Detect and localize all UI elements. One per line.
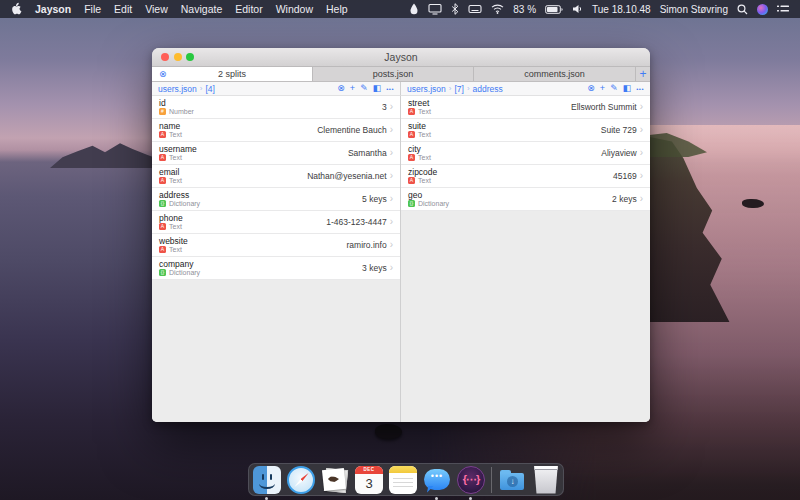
breadcrumb-separator: ›	[449, 84, 452, 93]
calendar-dock-icon[interactable]: DEC 3	[355, 466, 383, 494]
apple-menu-icon[interactable]	[11, 2, 22, 17]
text-type-icon: A	[408, 108, 415, 115]
breadcrumb-item[interactable]: [7]	[454, 84, 463, 94]
table-row[interactable]: company {}Dictionary 3 keys›	[152, 257, 400, 280]
screen-mirroring-icon[interactable]	[428, 3, 442, 15]
fast-user-switch-name[interactable]: Simon Støvring	[660, 4, 728, 15]
volume-icon[interactable]	[572, 4, 583, 14]
add-item-icon[interactable]: +	[350, 84, 355, 93]
more-options-icon[interactable]: •••	[636, 86, 644, 92]
table-row[interactable]: street AText Ellsworth Summit›	[401, 96, 650, 119]
spotlight-search-icon[interactable]	[737, 4, 748, 15]
tab-posts-json[interactable]: posts.json	[313, 67, 474, 81]
row-value: Clementine Bauch	[317, 125, 386, 135]
breadcrumb-item[interactable]: address	[473, 84, 503, 94]
edit-icon[interactable]: ✎	[610, 84, 618, 93]
menu-navigate[interactable]: Navigate	[181, 3, 222, 15]
chevron-right-icon: ›	[390, 194, 393, 204]
row-key: company	[159, 260, 200, 269]
table-row[interactable]: address {}Dictionary 5 keys›	[152, 188, 400, 211]
menu-editor[interactable]: Editor	[235, 3, 262, 15]
new-tab-button[interactable]: +	[636, 67, 650, 81]
tab-label: comments.json	[524, 69, 585, 79]
table-row[interactable]: username AText Samantha›	[152, 142, 400, 165]
close-pane-icon[interactable]: ⊗	[337, 84, 345, 93]
table-row[interactable]: website AText ramiro.info›	[152, 234, 400, 257]
breadcrumb-item[interactable]: [4]	[205, 84, 214, 94]
notification-center-icon[interactable]	[777, 4, 789, 14]
window-titlebar[interactable]: Jayson	[152, 48, 650, 67]
zoom-button[interactable]	[186, 53, 194, 61]
row-value: 5 keys	[362, 194, 387, 204]
keyboard-icon[interactable]	[468, 4, 482, 14]
breadcrumb-item[interactable]: users.json	[158, 84, 197, 94]
row-type: Text	[418, 131, 431, 138]
table-row[interactable]: geo {}Dictionary 2 keys›	[401, 188, 650, 211]
row-type: Dictionary	[169, 200, 200, 207]
row-key: website	[159, 237, 188, 246]
pane-left: id #Number 3› name AText Clementine Bauc…	[152, 96, 401, 422]
row-value: 3	[382, 102, 387, 112]
text-type-icon: A	[159, 223, 166, 230]
wallpaper-rock-foreground	[375, 424, 402, 439]
notes-dock-icon[interactable]	[389, 466, 417, 494]
text-type-icon: A	[159, 177, 166, 184]
table-row[interactable]: name AText Clementine Bauch›	[152, 119, 400, 142]
path-bar-row: users.json › [4] ⊗ + ✎ ◧ ••• users.json …	[152, 82, 650, 96]
dictionary-type-icon: {}	[408, 200, 415, 207]
edit-icon[interactable]: ✎	[360, 84, 368, 93]
tab-2-splits[interactable]: ⊗ 2 splits	[152, 67, 313, 81]
text-type-icon: A	[159, 131, 166, 138]
battery-icon[interactable]	[545, 5, 563, 14]
table-row[interactable]: city AText Aliyaview›	[401, 142, 650, 165]
bluetooth-icon[interactable]	[451, 3, 459, 15]
row-key: geo	[408, 191, 449, 200]
wifi-icon[interactable]	[491, 4, 504, 14]
finder-dock-icon[interactable]	[253, 466, 281, 494]
breadcrumb-item[interactable]: users.json	[407, 84, 446, 94]
siri-icon[interactable]	[757, 4, 768, 15]
close-pane-icon[interactable]: ⊗	[587, 84, 595, 93]
jayson-dock-icon[interactable]: {⋯}	[457, 466, 485, 494]
table-row[interactable]: zipcode AText 45169›	[401, 165, 650, 188]
number-type-icon: #	[159, 108, 166, 115]
row-type: Text	[418, 154, 431, 161]
table-row[interactable]: phone AText 1-463-123-4447›	[152, 211, 400, 234]
tab-comments-json[interactable]: comments.json	[474, 67, 636, 81]
calendar-day: 3	[355, 474, 383, 494]
safari-dock-icon[interactable]	[287, 466, 315, 494]
row-type: Text	[418, 108, 431, 115]
menu-edit[interactable]: Edit	[114, 3, 132, 15]
add-item-icon[interactable]: +	[600, 84, 605, 93]
dock: DEC 3 ••• {⋯} ↓	[248, 463, 564, 496]
text-type-icon: A	[408, 154, 415, 161]
minimize-button[interactable]	[174, 53, 182, 61]
menu-app-name[interactable]: Jayson	[35, 3, 71, 15]
row-value: 2 keys	[612, 194, 637, 204]
dictionary-type-icon: {}	[159, 269, 166, 276]
drop-status-icon[interactable]	[409, 3, 419, 15]
row-key: city	[408, 145, 431, 154]
split-view-icon[interactable]: ◧	[623, 84, 632, 93]
messages-dock-icon[interactable]: •••	[423, 466, 451, 494]
row-key: zipcode	[408, 168, 437, 177]
table-row[interactable]: id #Number 3›	[152, 96, 400, 119]
split-view-icon[interactable]: ◧	[373, 84, 382, 93]
text-type-icon: A	[159, 246, 166, 253]
row-type: Text	[418, 177, 431, 184]
table-row[interactable]: email AText Nathan@yesenia.net›	[152, 165, 400, 188]
menu-window[interactable]: Window	[276, 3, 313, 15]
close-split-icon[interactable]: ⊗	[159, 70, 167, 79]
row-value: 3 keys	[362, 263, 387, 273]
menu-view[interactable]: View	[145, 3, 168, 15]
close-button[interactable]	[161, 53, 169, 61]
table-row[interactable]: suite AText Suite 729›	[401, 119, 650, 142]
menu-file[interactable]: File	[84, 3, 101, 15]
row-type: Text	[169, 131, 182, 138]
preview-dock-icon[interactable]	[321, 466, 349, 494]
menu-clock[interactable]: Tue 18.10.48	[592, 4, 651, 15]
more-options-icon[interactable]: •••	[386, 86, 394, 92]
downloads-dock-icon[interactable]: ↓	[498, 466, 526, 494]
trash-dock-icon[interactable]	[532, 466, 560, 494]
menu-help[interactable]: Help	[326, 3, 348, 15]
